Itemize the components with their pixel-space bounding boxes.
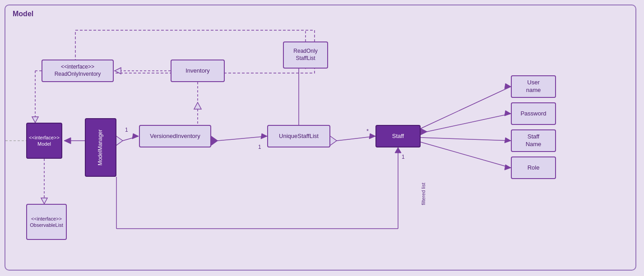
svg-line-28 (421, 138, 511, 141)
svg-line-16 (218, 136, 267, 141)
svg-marker-37 (395, 147, 401, 153)
svg-text:*: * (366, 128, 369, 134)
diagram-title: Model (13, 10, 33, 18)
username-box: Username (511, 75, 556, 98)
readonly-stafflist-box: ReadOnlyStaffList (283, 41, 328, 69)
svg-marker-27 (505, 110, 511, 116)
versioned-inventory-box: VersionedInventory (139, 125, 211, 147)
unique-stafflist-label: UniqueStaffList (279, 133, 319, 140)
svg-marker-4 (194, 102, 201, 109)
inventory-label: Inventory (185, 67, 209, 75)
svg-marker-17 (261, 133, 267, 139)
readonly-stafflist-label: ReadOnlyStaffList (293, 48, 317, 62)
svg-marker-9 (64, 138, 71, 144)
svg-marker-31 (505, 165, 511, 170)
svg-marker-42 (32, 117, 38, 123)
svg-line-26 (421, 114, 511, 133)
model-manager-box: ModelManager (85, 118, 116, 177)
svg-line-20 (337, 136, 375, 141)
model-interface-box: <<interface>>Model (26, 123, 62, 159)
svg-marker-13 (132, 133, 139, 139)
diagram-container: Model 1 (5, 5, 636, 271)
svg-text:1: 1 (402, 154, 405, 160)
svg-line-12 (123, 136, 139, 141)
svg-line-30 (421, 142, 511, 168)
unique-stafflist-box: UniqueStaffList (267, 125, 330, 147)
staffname-box: StaffName (511, 129, 556, 152)
password-label: Password (520, 110, 546, 118)
svg-marker-24 (505, 83, 511, 89)
staff-label: Staff (392, 133, 404, 140)
readonly-inventory-box: <<interface>>ReadOnlyInventory (42, 60, 114, 82)
staffname-label: StaffName (526, 133, 542, 148)
observable-list-box: <<interface>>ObservableList (26, 204, 67, 240)
svg-line-23 (421, 87, 511, 129)
model-interface-label: <<interface>>Model (29, 134, 60, 147)
model-manager-label: ModelManager (97, 129, 104, 166)
svg-text:1: 1 (125, 127, 128, 133)
username-label: Username (526, 79, 541, 94)
svg-marker-33 (41, 198, 47, 204)
svg-text:1: 1 (258, 144, 261, 150)
svg-text:filtered list: filtered list (421, 183, 426, 205)
role-label: Role (528, 164, 540, 172)
readonly-inventory-label: <<interface>>ReadOnlyInventory (55, 64, 101, 78)
svg-marker-21 (369, 133, 375, 139)
svg-marker-29 (505, 138, 511, 143)
password-box: Password (511, 102, 556, 125)
observable-list-label: <<interface>>ObservableList (30, 216, 63, 229)
svg-marker-2 (115, 68, 121, 74)
inventory-box: Inventory (171, 60, 225, 82)
role-box: Role (511, 156, 556, 179)
versioned-inventory-label: VersionedInventory (150, 133, 200, 140)
staff-box: Staff (375, 125, 421, 147)
